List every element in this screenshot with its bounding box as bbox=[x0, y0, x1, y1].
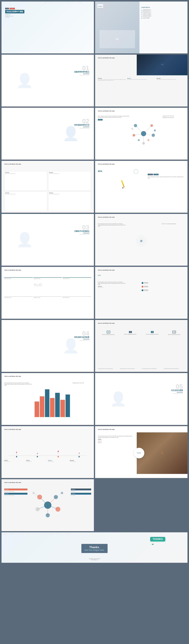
pin-label-1: Textbox bbox=[4, 460, 26, 461]
network-svg bbox=[127, 113, 160, 154]
section-subtitle: Click to edit Master title style bbox=[71, 74, 89, 76]
kw-text-4: Click to add text. bbox=[71, 495, 91, 496]
section-02-number: 02 bbox=[71, 118, 89, 124]
contents-item-1: 01 选题背景和研究意义 bbox=[141, 10, 184, 11]
section-05-number: 05 bbox=[165, 384, 183, 390]
svg-point-15 bbox=[154, 130, 156, 132]
numbox-body-3: Lorem ipsum dolor sit. Click to add text… bbox=[142, 368, 163, 370]
grid-body-3: Click to add text. Supporting text here. bbox=[5, 194, 46, 194]
node-label-3: Text here bbox=[144, 290, 148, 290]
svg-point-8 bbox=[150, 124, 153, 127]
body-text-2: Click to edit theme text style. Theme co… bbox=[127, 79, 155, 80]
slide-textgrid: Click to edit Master title style Text he… bbox=[2, 161, 94, 213]
pin-1: 📍 bbox=[15, 452, 18, 454]
pin-dot-1 bbox=[16, 456, 17, 457]
slide-6-right: Supporting text here. Click to edit. bbox=[162, 116, 186, 117]
section-04-title: 研究成果与应用前景 bbox=[68, 336, 89, 338]
slide-10-text: Click to edit theme text style. Theme co… bbox=[98, 223, 126, 227]
numbox-num-2: 02 bbox=[129, 331, 132, 333]
quote-body: Click to edit theme text style. Theme co… bbox=[98, 282, 126, 285]
slide-6-right-2: Supporting text here. Click to edit. bbox=[162, 117, 186, 118]
slide-click-photo: Click to edit Master title style 🌃 Text … bbox=[95, 54, 187, 106]
section-03-sub: Click to edit Master title style bbox=[71, 234, 89, 235]
slide-header-19: Click to edit Master title style bbox=[4, 482, 21, 483]
pin-label-4: Business bbox=[70, 460, 91, 461]
slide-concentric: Click to edit Master title style Click t… bbox=[95, 214, 187, 266]
slide-header-7: Click to edit Master title style bbox=[4, 164, 21, 165]
pct-badge: 80% bbox=[98, 170, 102, 172]
numbox-item-1: 01 Text here. Supporting text goes here. bbox=[98, 330, 119, 335]
pin-2: 📍 bbox=[37, 453, 38, 454]
cover-subtitle: Subtitle here bbox=[5, 14, 51, 15]
slide-cover: ✉ 📷 🔬 💡 📚 🎓 ⚗ 🔭 📊 📈 🖥 📱 🔑 💊 🏛 ⚙ 📐 🔧 🌐 📡 … bbox=[2, 2, 94, 54]
bar-5 bbox=[55, 393, 60, 417]
numbox-text-4: Text here. Supporting text goes here. bbox=[164, 334, 185, 335]
slide-section-02: 👤 02 研究思路和研究方法 Click to edit Master titl… bbox=[2, 108, 94, 160]
pin-dot-3 bbox=[58, 456, 59, 457]
numbox-num-1: 01 bbox=[107, 331, 110, 333]
thanks-box: Thanks. And Your Slogan Here. bbox=[81, 544, 108, 553]
svg-point-28 bbox=[46, 513, 50, 518]
thanks-speaker-info: Speaker name and title www.islide.cc bbox=[89, 558, 100, 560]
grid-item-3: Text here Click to add text. Supporting … bbox=[4, 192, 47, 211]
kw-text-3: Click to add text. bbox=[71, 491, 91, 492]
slide-header-6: Click to edit Master title style bbox=[98, 110, 115, 112]
section-04-number: 04 bbox=[68, 330, 89, 337]
slide-header-11: Click to edit Master title style bbox=[4, 270, 21, 271]
bar-7 bbox=[66, 394, 70, 417]
slide-header-4: Click to edit Master title style bbox=[98, 57, 115, 58]
bar-4 bbox=[50, 398, 55, 417]
contents-image: ⌨ CONTENTS bbox=[95, 2, 139, 54]
svg-point-25 bbox=[54, 495, 58, 499]
slide-section-05: 👤 05 论文总结与展望 Click to edit Master title … bbox=[95, 373, 187, 425]
svg-point-26 bbox=[36, 507, 40, 511]
kw-text-1: Click to add text. Supporting text here. bbox=[4, 491, 28, 492]
slide-header-15: Click to edit Master title style bbox=[4, 376, 21, 377]
bar-3 bbox=[45, 389, 50, 417]
svg-point-13 bbox=[147, 139, 149, 141]
slide-header-12: Click to edit Master title style bbox=[98, 270, 115, 271]
svg-point-30 bbox=[61, 492, 63, 494]
circle-overlay: Text here Supporting bbox=[134, 448, 144, 458]
grid-label-1: Text here bbox=[5, 172, 46, 173]
label-text-1: Text here bbox=[98, 78, 126, 79]
thanks-text: Thanks. bbox=[84, 546, 105, 549]
pin-4: 📍 bbox=[78, 452, 80, 454]
slide-mappin: Click to edit Master title style 📍 📍 📍 bbox=[2, 426, 94, 478]
slide-room: Click to edit Master title style 🪑 Text … bbox=[95, 426, 187, 478]
quote-mark: ““ bbox=[98, 274, 101, 278]
kw-box-1: Key word bbox=[4, 488, 28, 490]
contents-item-3: 03 关键技术与实现难点 bbox=[141, 14, 184, 15]
room-photo: 🪑 Text here Supporting bbox=[137, 432, 187, 474]
pencil-body bbox=[121, 180, 124, 188]
svg-point-6 bbox=[141, 131, 146, 136]
grid-item-4: Text here Click to add text. Supporting … bbox=[48, 192, 91, 211]
svg-point-9 bbox=[133, 134, 135, 136]
teal-btn[interactable]: Text here bbox=[98, 119, 103, 120]
kw-text-2: Click to add text. Supporting text here. bbox=[4, 495, 28, 496]
slide-section-01: 👤 01 选题背景和研究意义 Click to edit Master titl… bbox=[2, 54, 94, 106]
contents-item-2: 02 研究思路和研究方法 bbox=[141, 12, 184, 13]
slide-header-18: Click to edit Master title style bbox=[98, 429, 115, 430]
section-title: 选题背景和研究意义 bbox=[71, 71, 89, 73]
label-numbers: Numbers bbox=[127, 78, 155, 79]
pin-body-4: Click to add text here bbox=[70, 461, 91, 462]
numbox-text-1: Text here. Supporting text goes here. bbox=[98, 334, 119, 335]
room-label-1: Textbox bbox=[98, 439, 133, 440]
thanks-slogan: And Your Slogan Here. bbox=[84, 549, 105, 551]
slide-grid: ✉ 📷 🔬 💡 📚 🎓 ⚗ 🔭 📊 📈 🖥 📱 🔑 💊 🏛 ⚙ 📐 🔧 🌐 📡 … bbox=[2, 2, 187, 563]
contents-items: 01 选题背景和研究意义 02 研究思路和研究方法 03 关键技术与实现难点 0… bbox=[141, 10, 184, 19]
section-03-title: 关键技术与实现难点 bbox=[71, 230, 89, 232]
cover-website: www.islide.cc bbox=[5, 16, 51, 18]
svg-point-7 bbox=[134, 124, 137, 127]
pin-body-1: Click to add text here bbox=[4, 461, 26, 462]
keyword-2: Key words bbox=[153, 174, 158, 175]
slide-quote: Click to edit Master title style ““ Clic… bbox=[95, 267, 187, 319]
slide-header-14: Click to edit Master title style bbox=[98, 322, 115, 324]
circle-deco bbox=[134, 169, 138, 174]
pct-body: Click to edit theme text style. Theme co… bbox=[148, 176, 184, 179]
h2o-col-6: Supporting text here bbox=[63, 296, 91, 314]
photo-area: 🌃 bbox=[137, 54, 187, 75]
contents-item-4: 04 研究成果与应用前景 bbox=[141, 15, 184, 17]
node-3 bbox=[142, 289, 143, 291]
